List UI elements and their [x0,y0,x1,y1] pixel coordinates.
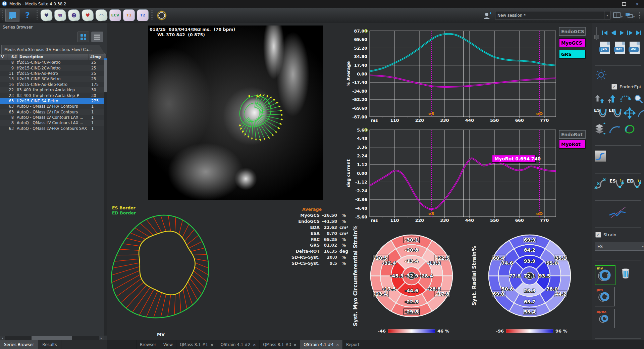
qstrain-app-button[interactable] [155,9,168,22]
slice-pm-button[interactable]: pm [595,287,615,306]
app-tab-qstrain-4-1--4[interactable]: QStrain 4.1 #4× [300,340,343,349]
ed-contour-button[interactable]: ED [609,107,622,119]
ecv-app-button[interactable]: ECV [109,9,121,21]
minimize-button[interactable] [604,0,617,8]
app-tab-report[interactable]: Report [343,340,363,349]
series-row[interactable]: 9tf2d15-CINE-2CV-Retro25 [0,65,107,70]
session-select[interactable]: New session * ▾ [495,11,610,19]
series-row[interactable]: 8tf2d15-CINE-4CV-Retro25 [0,60,107,65]
t2-app-button[interactable]: T2 [137,9,149,21]
panel-tab-results[interactable]: Results [38,340,61,349]
maximize-button[interactable] [617,0,631,8]
toolbar-grip [37,10,38,20]
strain-checkbox[interactable]: ✓ Strain [595,232,616,238]
scroll-thumb[interactable] [32,336,72,340]
close-button[interactable]: × [631,0,644,8]
arc-tool-icon[interactable] [609,123,620,135]
magnifier-icon[interactable] [634,94,644,104]
speed-slider[interactable] [596,27,597,40]
view-layout-button[interactable]: ▾ [613,12,623,18]
column-v[interactable]: V [0,54,7,60]
last-frame-button[interactable] [636,30,642,36]
app-tab-view[interactable]: View [160,340,176,349]
series-row[interactable]: 63AutoQ - QMass LV+RV Contours1 [0,104,107,109]
tab-close-icon[interactable]: × [253,343,256,347]
series-row[interactable]: 16tf2d15-CINE-Ao-klep-Retro175 [0,82,107,87]
ecv-label: ECV [111,13,119,17]
layout-button[interactable] [5,9,19,22]
series-row[interactable]: 8AutoQ - QMass LV Contours LAX ...1 [0,115,107,120]
slice-mv-button[interactable]: mv [595,265,615,285]
series-row[interactable]: 11tf2d15-CINE-Ao-Retro25 [0,71,107,76]
ellipse-roi-icon[interactable] [624,123,636,135]
phase-select[interactable]: ES ▾ [595,242,644,251]
patient-tab[interactable]: Medis AorticStenosis (LV Function, Flow)… [1,45,105,54]
series-row[interactable]: 13tf2d15-CINE-3CV-Retro25 [0,76,107,82]
screen-layout-button[interactable]: ▾ [625,12,635,18]
baseline-correction-icon[interactable] [608,206,628,219]
tab-close-icon[interactable]: × [210,343,213,347]
mri-viewer[interactable]: 013/25 035/0414/863 ms. (70 bpm) WL 370 … [148,26,323,200]
segment-app-button[interactable]: ◠ [95,9,108,21]
es-points-button[interactable]: ES [609,178,624,190]
series-row[interactable]: 63AutoQ - QMass LV+RV Contours SAX1 [0,126,107,131]
list-view-button[interactable] [91,32,103,42]
strain-curves-chart[interactable]: 87.0069.6052.2034.8017.400.00-17.40-34.8… [344,24,593,126]
add-session-icon[interactable] [482,12,492,19]
window-level-info: WL 370 842 (0 875) [157,32,205,37]
slice-apex-button[interactable]: apex [595,309,615,328]
app-tab-browser[interactable]: Browser [136,340,160,349]
tab-close-icon[interactable]: × [293,343,297,347]
push-endo-icon[interactable] [594,94,604,104]
series-row[interactable]: 8AutoQ - QMass LV Contours LAX ...1 [0,120,107,126]
play-button[interactable] [620,30,624,36]
app-tabs: BrowserViewQMass 8.1 #1×QStrain 4.1 #2×Q… [136,340,363,349]
delete-contours-button[interactable] [621,268,630,279]
previous-frame-button[interactable] [611,30,616,36]
layers-icon[interactable] [594,122,605,135]
tab-close-icon[interactable]: × [336,343,339,347]
help-button[interactable]: ? [21,9,34,22]
move-contour-icon[interactable] [624,107,636,119]
next-frame-button[interactable] [627,30,633,36]
smoothing-button[interactable] [595,150,606,162]
es-contour-button[interactable]: ES [594,107,607,119]
series-row[interactable]: 23fl3_400_thr-pl-retro-Aorta klep_P30 [0,93,107,98]
svg-text:-1.12: -1.12 [355,180,367,185]
first-frame-button[interactable] [602,30,608,36]
heart-3d-app-button[interactable]: ♥ [82,9,94,21]
edit-curve-icon[interactable] [638,107,644,119]
retrace-icon[interactable] [620,94,631,104]
svg-text:MyoRot 0.694 740: MyoRot 0.694 740 [494,156,541,161]
endo-epi-checkbox[interactable]: ✓ Endo+Epi [611,84,641,90]
icon-view-button[interactable] [77,32,89,42]
series-row[interactable]: 22fl3_400_thr-pl-retro-Aorta klep30 [0,87,107,93]
ed-points-button[interactable]: ED [627,178,642,190]
series-vertical-scrollbar[interactable] [104,58,107,336]
export-avi-button[interactable]: AVI [630,42,640,54]
series-table-header[interactable]: V S# Description #Img [0,54,107,60]
brightness-icon[interactable] [595,69,607,81]
svg-text:Syst. Radial Strain%: Syst. Radial Strain% [471,246,477,306]
app-tab-qmass-8-1--3[interactable]: QMass 8.1 #3× [260,340,300,349]
rotation-curves-chart[interactable]: 5.604.483.362.241.120.00-1.12-2.24-3.36-… [344,126,593,226]
column-description[interactable]: Description [18,54,89,60]
column-series-number[interactable]: S# [7,54,18,60]
app-tab-qmass-8-1--1[interactable]: QMass 8.1 #1× [176,340,217,349]
svg-text:eD: eD [536,211,543,216]
playback-controls [602,30,642,36]
series-row[interactable]: 63AutoQ - QMass LV+RV Contours1 [0,109,107,115]
push-epi-icon[interactable] [607,94,617,104]
qflow-app-button[interactable]: ⋓ [54,9,66,21]
series-row[interactable]: 63tf2d15-CINE-SA-Retro275 [0,98,107,104]
export-jpg-button[interactable]: JPG [600,42,610,54]
overflow-menu-button[interactable] [639,12,641,18]
app-tab-qstrain-4-1--2[interactable]: QStrain 4.1 #2× [217,340,260,349]
svg-text:3.36: 3.36 [357,145,367,150]
panel-tab-series-browser[interactable]: Series Browser [0,340,38,349]
export-dat-button[interactable]: DAT [615,42,625,54]
qmass-app-button[interactable]: ♥ [40,9,53,21]
edit-points-icon[interactable] [594,178,607,190]
patient-app-button[interactable]: ☻ [68,9,80,21]
t1-app-button[interactable]: T1 [123,9,135,21]
